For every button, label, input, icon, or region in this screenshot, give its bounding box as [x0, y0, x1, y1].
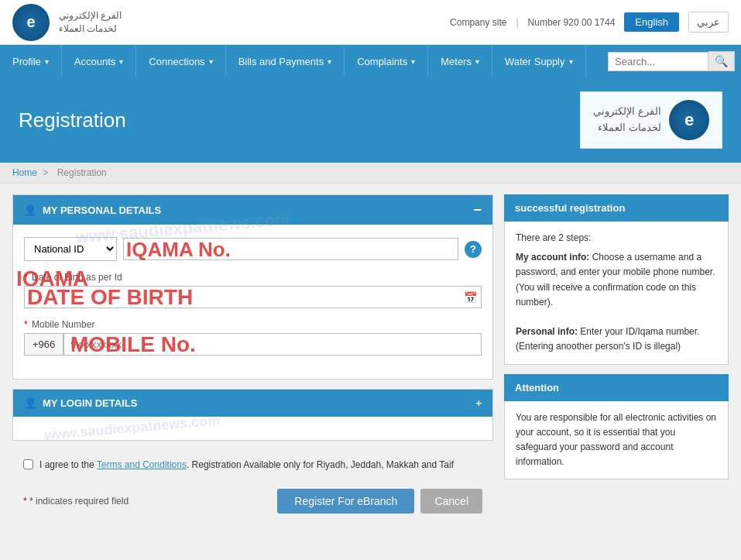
register-button[interactable]: Register For eBranch — [277, 489, 414, 514]
right-column: successful registration There are 2 step… — [504, 194, 729, 523]
profile-caret: ▾ — [45, 57, 49, 66]
collapse-icon[interactable]: − — [473, 203, 482, 217]
nav-water-supply[interactable]: Water Supply ▾ — [492, 45, 586, 77]
bottom-bar: * * indicates required field Register Fo… — [12, 479, 493, 523]
account-info-label: My account info: — [516, 252, 589, 263]
login-details-title: MY LOGIN DETAILS — [43, 397, 137, 409]
person-icon: 👤 — [24, 204, 36, 216]
dob-label: * Date of Birth as per Id — [24, 272, 482, 283]
breadcrumb-separator: > — [43, 167, 50, 178]
login-details-section: 👤 MY LOGIN DETAILS + www.saudiexpatnews.… — [12, 389, 493, 441]
attention-panel: Attention You are responsible for all el… — [504, 374, 729, 480]
steps-intro: There are 2 steps: — [516, 231, 717, 246]
logo-icon: e — [12, 4, 50, 41]
complaints-caret: ▾ — [411, 57, 415, 66]
left-column: 👤 MY PERSONAL DETAILS − www.saudiexpatne… — [12, 194, 493, 523]
breadcrumb: Home > Registration — [0, 163, 741, 184]
mobile-label: * Mobile Number — [24, 319, 482, 330]
login-details-header: 👤 MY LOGIN DETAILS + — [13, 390, 492, 417]
mobile-row: * Mobile Number +966 MOBILE No. — [24, 319, 482, 356]
bills-caret: ▾ — [328, 57, 331, 66]
header-logo-icon: e — [669, 100, 709, 140]
button-group: Register For eBranch Cancel — [277, 489, 482, 514]
attention-header: Attention — [504, 374, 729, 401]
calendar-icon: 📅 — [464, 291, 477, 304]
personal-details-header: 👤 MY PERSONAL DETAILS − — [13, 195, 492, 225]
page-header: Registration الفرع الإلكتروني لخدمات الع… — [0, 77, 741, 163]
nav-meters[interactable]: Meters ▾ — [428, 45, 492, 77]
terms-text: I agree to the Terms and Conditions. Reg… — [39, 459, 454, 470]
personal-details-body: www.saudiexpatnews.com National ID Iqama… — [13, 225, 492, 379]
page-title: Registration — [19, 108, 126, 132]
nav-accounts[interactable]: Accounts ▾ — [62, 45, 136, 77]
dob-input[interactable] — [24, 286, 482, 308]
success-body: There are 2 steps: My account info: Choo… — [504, 222, 729, 365]
required-note: * * indicates required field — [23, 496, 129, 507]
dob-row: * Date of Birth as per Id 📅 DATE OF BIRT… — [24, 272, 482, 308]
nav-complaints[interactable]: Complaints ▾ — [345, 45, 428, 77]
account-info-text: My account info: Choose a username and a… — [516, 250, 717, 310]
search-button[interactable]: 🔍 — [708, 51, 735, 71]
personal-info-label: Personal info: — [516, 326, 578, 337]
meters-caret: ▾ — [475, 57, 479, 66]
english-lang-button[interactable]: English — [624, 12, 679, 32]
search-input[interactable] — [608, 52, 708, 71]
divider: | — [516, 17, 518, 28]
terms-row: I agree to the Terms and Conditions. Reg… — [12, 450, 493, 470]
top-right-area: Company site | Number 920 00 1744 Englis… — [450, 12, 729, 33]
breadcrumb-current: Registration — [57, 167, 107, 178]
company-site-label: Company site — [450, 17, 506, 28]
mobile-input[interactable] — [63, 333, 482, 356]
success-panel: successful registration There are 2 step… — [504, 194, 729, 365]
expand-icon[interactable]: + — [475, 397, 482, 409]
help-icon[interactable]: ? — [465, 241, 482, 258]
attention-body: You are responsible for all electronic a… — [504, 401, 729, 480]
top-bar: e الفرع الإلكتروني لخدمات العملاء Compan… — [0, 0, 741, 45]
logo-area: e الفرع الإلكتروني لخدمات العملاء — [12, 4, 122, 41]
main-content: 👤 MY PERSONAL DETAILS − www.saudiexpatne… — [0, 184, 741, 534]
connections-caret: ▾ — [209, 57, 213, 66]
terms-checkbox[interactable] — [23, 459, 33, 469]
accounts-caret: ▾ — [119, 57, 123, 66]
header-logo-box: الفرع الإلكتروني لخدمات العملاء e — [580, 91, 722, 149]
phone-prefix: +966 — [24, 333, 63, 356]
nav-profile[interactable]: Profile ▾ — [0, 45, 62, 77]
watermark-text-2: www.saudiexpatnews.com — [44, 417, 221, 440]
id-type-select[interactable]: National ID Iqama — [24, 237, 117, 261]
personal-info-text: Personal info: Enter your ID/Iqama numbe… — [516, 325, 717, 354]
nav-connections[interactable]: Connections ▾ — [136, 45, 225, 77]
personal-details-title: MY PERSONAL DETAILS — [43, 204, 161, 216]
personal-details-section: 👤 MY PERSONAL DETAILS − www.saudiexpatne… — [12, 194, 493, 380]
id-type-row: National ID Iqama ? IQAMA No. IQAMA — [24, 237, 482, 261]
iqama-input[interactable] — [123, 238, 458, 260]
phone-number: Number 920 00 1744 — [528, 17, 616, 28]
cancel-button[interactable]: Cancel — [420, 489, 482, 514]
arabic-lang-button[interactable]: عربي — [688, 12, 729, 33]
terms-link[interactable]: Terms and Conditions — [97, 459, 187, 470]
success-header: successful registration — [504, 194, 729, 222]
navigation-bar: Profile ▾ Accounts ▾ Connections ▾ Bills… — [0, 45, 741, 77]
nav-search-area: 🔍 — [602, 45, 741, 77]
header-logo-text: الفرع الإلكتروني لخدمات العملاء — [593, 104, 661, 136]
logo-text: الفرع الإلكتروني لخدمات العملاء — [59, 9, 122, 36]
nav-bills-payments[interactable]: Bills and Payments ▾ — [226, 45, 345, 77]
breadcrumb-home[interactable]: Home — [12, 167, 37, 178]
login-icon: 👤 — [24, 397, 36, 409]
water-supply-caret: ▾ — [569, 57, 573, 66]
